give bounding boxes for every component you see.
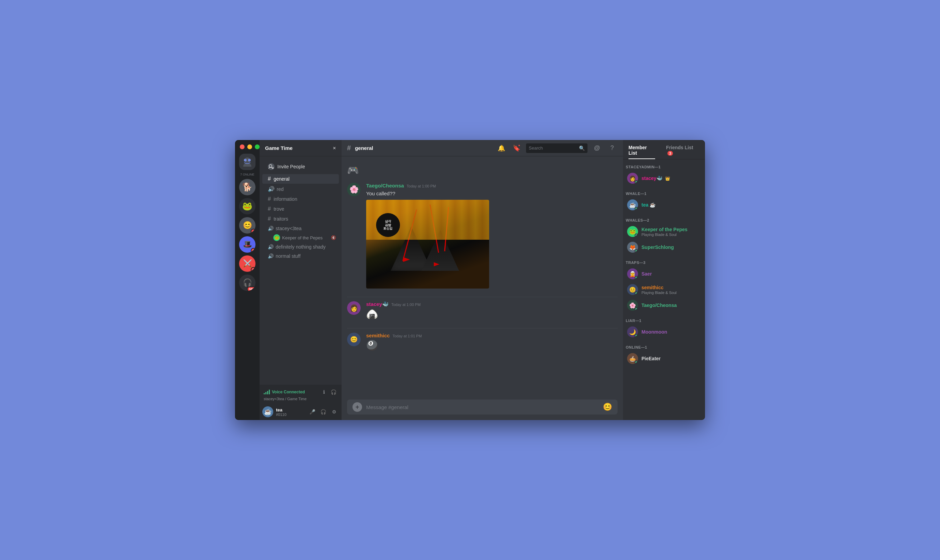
close-button[interactable] xyxy=(240,145,245,149)
search-input[interactable] xyxy=(529,145,577,151)
voice-info-button[interactable]: ℹ xyxy=(320,388,328,396)
channel-name-red: red xyxy=(277,186,283,192)
channel-item-traitors[interactable]: # traitors xyxy=(262,214,339,224)
server-icon-dog[interactable]: 🐕 xyxy=(239,179,255,195)
channel-item-red[interactable]: 🔊 red xyxy=(262,184,339,194)
channel-item-trove[interactable]: # trove xyxy=(262,204,339,214)
status-semithicc-member xyxy=(635,292,638,295)
members-tabs: Member List Friends List 3 xyxy=(623,140,705,160)
top-emoji: 🎮 xyxy=(347,162,618,181)
server-icon-girl[interactable]: 😊 4 xyxy=(239,217,255,234)
section-header-whale1: WHALE—1 xyxy=(623,186,705,197)
message-input-area: + 😊 xyxy=(342,400,623,420)
voice-member-keeper[interactable]: 🐸 Keeper of the Pepes 🔇 xyxy=(262,233,339,242)
message-input[interactable] xyxy=(366,404,599,410)
member-info-superschlong: SuperSchlong xyxy=(642,244,701,250)
member-name-stacey: stacey🐳 xyxy=(642,175,662,181)
member-name-semithicc: semithicc xyxy=(642,285,664,290)
voice-channel-icon-dns: 🔊 xyxy=(268,244,274,249)
member-name-pieeater: PieEater xyxy=(642,356,661,361)
server-icon-hat[interactable]: 🎩 1 xyxy=(239,236,255,253)
server-badge-girl: 4 xyxy=(251,229,255,234)
minimize-button[interactable] xyxy=(247,145,252,149)
avatar-superschlong-member: 🦊 xyxy=(627,242,638,253)
titlebar xyxy=(235,140,279,154)
member-item-tea[interactable]: ☕ tea ☕ xyxy=(625,197,704,212)
status-tea xyxy=(635,207,638,210)
svg-point-1 xyxy=(244,159,247,162)
mention-button[interactable]: @ xyxy=(592,143,603,154)
channel-name-trove: trove xyxy=(274,206,284,212)
member-item-saer[interactable]: 🧝 Saer xyxy=(625,266,704,282)
avatar-pieeater-member: 🥧 xyxy=(627,353,638,364)
invite-people-label: Invite People xyxy=(277,164,305,169)
server-icon-headphones[interactable]: 🎧 NEW xyxy=(239,275,255,291)
voice-bar-top: Voice Connected ℹ 🎧 xyxy=(264,388,337,396)
voice-bar-subtitle: stacey<3tea / Game Time xyxy=(264,397,337,401)
mute-icon-keeper: 🔇 xyxy=(331,235,336,240)
emoji-picker-button[interactable]: 😊 xyxy=(603,403,612,411)
channel-item-information[interactable]: # information xyxy=(262,194,339,204)
msg-content-semithicc: semithicc Today at 1:01 PM 🎱 xyxy=(366,332,618,351)
avatar-saer-member: 🧝 xyxy=(627,268,638,279)
section-header-staceyadmin: STACEYADMIN—1 xyxy=(623,160,705,171)
voice-channel-icon-stacey3tea: 🔊 xyxy=(268,226,274,231)
member-item-moonmoon[interactable]: 🌙 Moonmoon xyxy=(625,325,704,339)
server-icon-warrior[interactable]: ⚔️ 2 xyxy=(239,255,255,272)
member-item-semithicc-member[interactable]: 😊 semithicc Playing Blade & Soul xyxy=(625,282,704,297)
msg-timestamp-taego: Today at 1:00 PM xyxy=(407,184,436,188)
member-name-moonmoon: Moonmoon xyxy=(642,329,667,335)
voice-headset-button[interactable]: 🎧 xyxy=(329,388,337,396)
section-header-whales2: WHALES—2 xyxy=(623,213,705,224)
deafen-button[interactable]: 🎧 xyxy=(318,407,328,417)
message-divider-1 xyxy=(347,297,618,297)
channel-item-stacey3tea[interactable]: 🔊 stacey<3tea xyxy=(262,224,339,233)
member-status-keeper: Playing Blade & Soul xyxy=(642,232,701,237)
status-stacey xyxy=(635,180,638,184)
user-panel-info: tea #0110 xyxy=(276,408,305,417)
member-item-superschlong[interactable]: 🦊 SuperSchlong xyxy=(625,240,704,255)
channel-item-definitely-nothing-shady[interactable]: 🔊 definitely nothing shady xyxy=(262,242,339,251)
member-item-taego-member[interactable]: 🌸 Taego/Cheonsa xyxy=(625,298,704,313)
avatar-taego: 🌸 xyxy=(347,183,361,196)
tab-friends-list[interactable]: Friends List 3 xyxy=(661,140,705,159)
member-status-semithicc: Playing Blade & Soul xyxy=(642,291,701,295)
bookmark-button[interactable]: 🔖 xyxy=(511,143,522,154)
avatar-taego-member: 🌸 xyxy=(627,300,638,311)
channel-item-normal-stuff[interactable]: 🔊 normal stuff xyxy=(262,252,339,260)
voice-channel-icon-red: 🔊 xyxy=(268,186,275,192)
invite-people-button[interactable]: Invite People xyxy=(262,160,339,173)
user-settings-button[interactable]: ⚙ xyxy=(329,407,339,417)
avatar-semithicc: 😊 xyxy=(347,332,361,346)
search-box[interactable]: 🔍 xyxy=(526,143,588,153)
member-name-superschlong: SuperSchlong xyxy=(642,245,674,250)
msg-content-stacey: stacey🐳 Today at 1:00 PM 🍙 xyxy=(366,301,618,320)
status-saer xyxy=(635,276,638,279)
section-header-traps3: TRAPS—3 xyxy=(623,255,705,266)
status-superschlong xyxy=(635,249,638,253)
add-attachment-button[interactable]: + xyxy=(352,402,362,412)
member-item-stacey[interactable]: 👩 stacey🐳 👑 xyxy=(625,171,704,186)
help-button[interactable]: ? xyxy=(607,143,618,154)
member-info-semithicc-member: semithicc Playing Blade & Soul xyxy=(642,285,701,295)
maximize-button[interactable] xyxy=(255,145,260,149)
mute-mic-button[interactable]: 🎤 xyxy=(308,407,317,417)
messages-area: 🎮 🌸 Taego/Cheonsa Today at 1:00 PM You c… xyxy=(342,156,623,400)
channel-item-general[interactable]: # general xyxy=(262,174,339,184)
notification-bell-button[interactable]: 🔔 xyxy=(496,143,507,154)
voice-bar-actions: ℹ 🎧 xyxy=(320,388,337,396)
member-item-keeper[interactable]: 🐸 Keeper of the Pepes Playing Blade & So… xyxy=(625,224,704,239)
status-taego-member xyxy=(635,307,638,311)
server-badge-new: NEW xyxy=(247,286,255,291)
server-icon-frog[interactable]: 🐸 xyxy=(239,198,255,214)
channel-name-traitors: traitors xyxy=(274,216,288,222)
member-item-pieeater[interactable]: 🥧 PieEater xyxy=(625,351,704,366)
svg-point-2 xyxy=(248,159,251,162)
channel-name-dns: definitely nothing shady xyxy=(275,244,326,249)
server-icon-imr[interactable] xyxy=(239,154,255,170)
status-keeper xyxy=(635,234,638,237)
tab-member-list[interactable]: Member List xyxy=(623,140,661,159)
user-panel-tag: #0110 xyxy=(276,412,305,417)
section-header-liar1: LIAR—1 xyxy=(623,313,705,324)
friends-count-badge: 3 xyxy=(668,151,673,156)
